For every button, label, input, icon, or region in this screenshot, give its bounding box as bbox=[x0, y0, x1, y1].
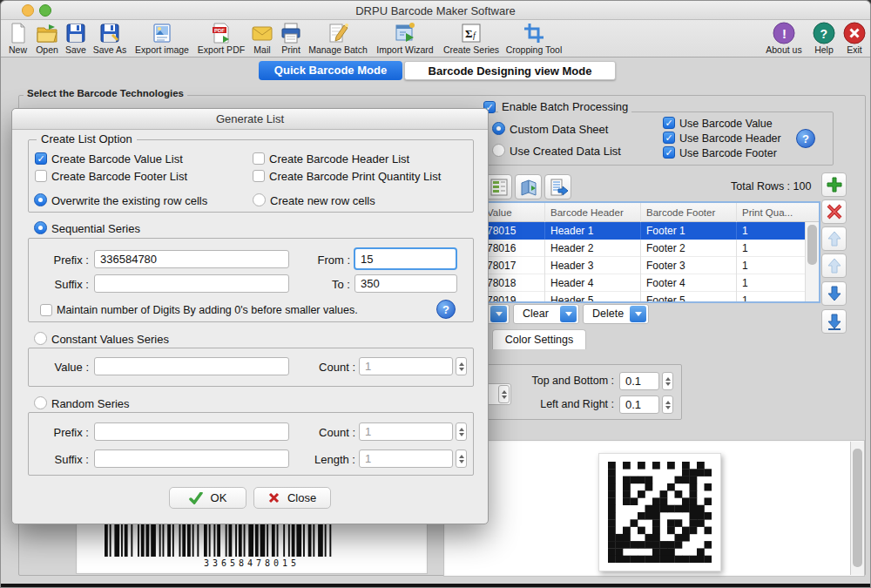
overwrite-existing-rows-radio[interactable] bbox=[34, 193, 47, 206]
table-row-selected[interactable]: 78015Header 1Footer 11 bbox=[476, 222, 819, 240]
sequential-suffix-input[interactable] bbox=[94, 274, 289, 293]
window-titlebar: DRPU Barcode Maker Software bbox=[1, 1, 870, 20]
tab-color-settings[interactable]: Color Settings bbox=[492, 329, 586, 349]
create-barcode-header-list-label: Create Barcode Header List bbox=[269, 152, 409, 166]
export-list-button[interactable] bbox=[544, 174, 571, 199]
export-list-icon bbox=[549, 178, 568, 197]
new-button[interactable]: New bbox=[4, 21, 31, 57]
mail-button[interactable]: Mail bbox=[249, 21, 275, 57]
tab-quick-barcode-mode[interactable]: Quick Barcode Mode bbox=[259, 61, 402, 80]
about-us-button[interactable]: ! About us bbox=[763, 21, 805, 57]
top-bottom-input[interactable] bbox=[619, 372, 659, 390]
manage-batch-button[interactable]: Manage Batch bbox=[307, 21, 368, 57]
move-down-button[interactable] bbox=[821, 281, 847, 306]
chevron-down-icon bbox=[490, 306, 507, 322]
batch-data-table[interactable]: Value Barcode Header Barcode Footer Prin… bbox=[475, 201, 820, 303]
about-exclamation-icon: ! bbox=[773, 22, 795, 44]
table-row[interactable]: 78016Header 2Footer 21 bbox=[476, 240, 819, 257]
use-created-data-list-label: Use Created Data List bbox=[510, 145, 621, 158]
create-new-rows-radio[interactable] bbox=[253, 193, 266, 206]
table-row[interactable]: 78019Header 5Footer 51 bbox=[476, 292, 819, 303]
create-series-button[interactable]: Σf Create Series bbox=[442, 21, 501, 57]
close-button[interactable]: Close bbox=[253, 487, 331, 509]
printer-icon bbox=[280, 22, 302, 44]
clear-button[interactable]: Clear bbox=[513, 304, 579, 324]
use-barcode-footer-checkbox[interactable] bbox=[663, 146, 675, 159]
random-series-radio[interactable] bbox=[34, 396, 47, 409]
create-barcode-print-quantity-list-checkbox[interactable] bbox=[253, 170, 265, 182]
delete-button[interactable]: Delete bbox=[583, 304, 649, 324]
create-barcode-header-list-checkbox[interactable] bbox=[253, 152, 265, 165]
flip-page-button[interactable] bbox=[515, 174, 542, 199]
random-prefix-input[interactable] bbox=[94, 422, 289, 441]
random-count-input[interactable] bbox=[359, 422, 453, 441]
constant-values-series-radio[interactable] bbox=[34, 332, 47, 345]
delete-row-icon bbox=[825, 202, 844, 221]
create-barcode-footer-list-checkbox[interactable] bbox=[35, 170, 47, 182]
save-button[interactable]: Save bbox=[63, 21, 89, 57]
random-series-label: Random Series bbox=[51, 397, 130, 410]
move-top-button[interactable] bbox=[821, 226, 847, 251]
data-sheet-button[interactable] bbox=[485, 174, 512, 199]
maintain-digits-label: Maintain number of Digits By adding 0's … bbox=[57, 304, 358, 316]
tab-barcode-designing-view-mode[interactable]: Barcode Designing view Mode bbox=[404, 61, 616, 80]
move-up-button[interactable] bbox=[821, 253, 847, 278]
table-row[interactable]: 78018Header 4Footer 41 bbox=[476, 274, 819, 292]
import-wizard-button[interactable]: Import Wizard bbox=[373, 21, 437, 57]
sequential-from-input[interactable] bbox=[354, 247, 457, 270]
table-header-row: Value Barcode Header Barcode Footer Prin… bbox=[476, 203, 819, 222]
left-right-input[interactable] bbox=[619, 395, 659, 414]
sequential-series-label: Sequential Series bbox=[51, 222, 140, 235]
mail-envelope-icon bbox=[251, 22, 273, 44]
save-floppy-icon bbox=[64, 22, 87, 44]
save-as-button[interactable]: Save As bbox=[91, 21, 129, 57]
use-barcode-value-checkbox[interactable] bbox=[663, 117, 675, 129]
help-button[interactable]: ? Help bbox=[809, 21, 839, 57]
new-document-icon bbox=[7, 22, 30, 44]
random-count-stepper[interactable] bbox=[456, 422, 467, 441]
table-scrollbar[interactable] bbox=[805, 222, 819, 303]
use-barcode-header-checkbox[interactable] bbox=[663, 132, 675, 144]
export-image-button[interactable]: Export image bbox=[131, 21, 193, 57]
sequential-series-radio[interactable] bbox=[34, 221, 47, 234]
print-button[interactable]: Print bbox=[277, 21, 305, 57]
preview-scrollbar-thumb[interactable] bbox=[853, 449, 862, 567]
table-row[interactable]: 78017Header 3Footer 31 bbox=[476, 257, 819, 274]
barcode-digits: 33658478015 bbox=[76, 558, 428, 568]
datamatrix-barcode bbox=[608, 462, 712, 563]
random-prefix-label: Prefix : bbox=[38, 426, 89, 439]
enable-batch-processing-label: Enable Batch Processing bbox=[498, 100, 631, 113]
open-button[interactable]: Open bbox=[33, 21, 61, 57]
random-length-stepper[interactable] bbox=[456, 449, 467, 468]
constant-count-input[interactable] bbox=[359, 357, 453, 375]
preview-scrollbar[interactable] bbox=[850, 442, 864, 575]
table-scrollbar-thumb[interactable] bbox=[807, 225, 817, 265]
maintain-digits-checkbox[interactable] bbox=[40, 304, 52, 316]
batch-help-button[interactable]: ? bbox=[796, 129, 815, 148]
create-barcode-value-list-checkbox[interactable] bbox=[35, 152, 47, 165]
cropping-tool-button[interactable]: Cropping Tool bbox=[504, 21, 564, 57]
constant-value-input[interactable] bbox=[94, 357, 289, 375]
sequential-to-input[interactable] bbox=[354, 274, 457, 293]
ok-button[interactable]: OK bbox=[169, 487, 246, 509]
hidden-stepper[interactable] bbox=[498, 385, 510, 403]
sequential-prefix-input[interactable] bbox=[94, 250, 289, 268]
use-created-data-list-radio[interactable] bbox=[492, 144, 505, 157]
random-suffix-input[interactable] bbox=[94, 449, 289, 468]
add-row-button[interactable] bbox=[821, 172, 847, 197]
close-x-icon bbox=[268, 492, 280, 504]
delete-row-button[interactable] bbox=[821, 199, 847, 224]
sequential-help-button[interactable]: ? bbox=[436, 300, 456, 319]
exit-button[interactable]: Exit bbox=[841, 21, 868, 57]
constant-count-stepper[interactable] bbox=[456, 357, 467, 375]
left-right-stepper[interactable] bbox=[662, 395, 673, 414]
custom-data-sheet-radio[interactable] bbox=[492, 122, 505, 135]
crop-icon bbox=[523, 22, 545, 44]
top-bottom-stepper[interactable] bbox=[662, 372, 673, 390]
manage-batch-pencil-icon bbox=[327, 22, 349, 44]
window-title: DRPU Barcode Maker Software bbox=[1, 4, 870, 17]
export-pdf-button[interactable]: PDF Export PDF bbox=[196, 21, 246, 57]
move-bottom-button[interactable] bbox=[821, 309, 847, 334]
random-length-input[interactable] bbox=[359, 449, 453, 468]
help-question-icon: ? bbox=[813, 22, 835, 44]
